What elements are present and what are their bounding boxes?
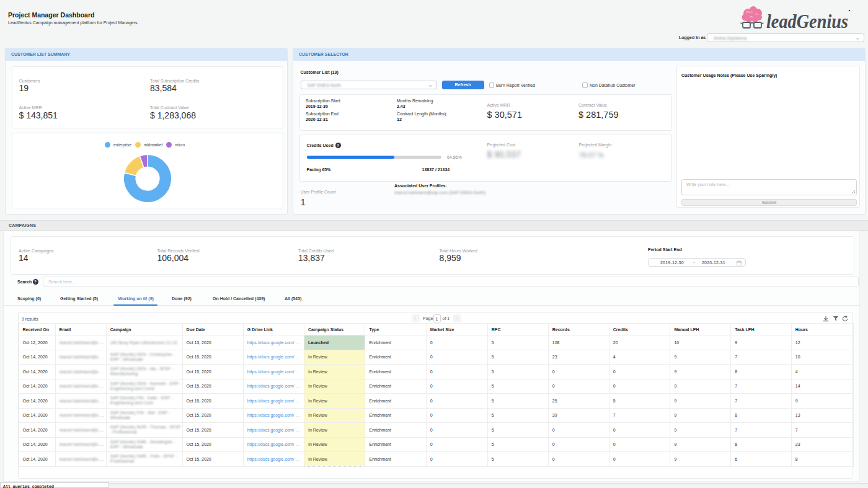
- svg-text:leadGenius: leadGenius: [766, 11, 848, 32]
